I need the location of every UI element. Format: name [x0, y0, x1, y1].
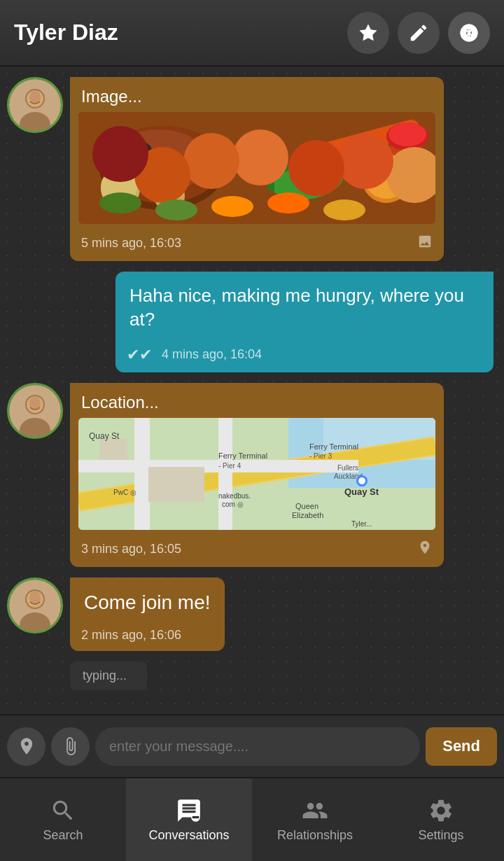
paperclip-icon	[61, 736, 80, 756]
map-svg: Quay St Ferry Terminal - Pier 4 Ferry Te…	[78, 418, 435, 530]
settings-icon	[428, 797, 454, 824]
svg-text:Quay St: Quay St	[344, 486, 379, 497]
header-title: Tyler Diaz	[14, 20, 347, 46]
svg-text:Tyler...: Tyler...	[351, 520, 372, 528]
food-svg	[78, 112, 435, 224]
svg-point-17	[364, 154, 409, 199]
star-icon	[358, 22, 379, 43]
map-image: Quay St Ferry Terminal - Pier 4 Ferry Te…	[78, 418, 435, 530]
image-message-bubble: Image...	[70, 77, 444, 261]
edit-icon	[408, 22, 429, 43]
come-join-message-row: Come join me! 2 mins ago, 16:06 typing..…	[7, 578, 497, 690]
user-avatar-image	[9, 79, 61, 131]
svg-point-12	[127, 140, 141, 168]
svg-text:- Pier 4: - Pier 4	[218, 462, 241, 470]
conversations-icon	[176, 797, 202, 824]
nav-search-label: Search	[43, 828, 83, 843]
svg-point-51	[358, 477, 365, 484]
come-join-timestamp: 2 mins ago, 16:06	[70, 624, 225, 651]
svg-text:Quay St: Quay St	[89, 431, 120, 441]
bottom-nav: Search Conversations Relationships Setti…	[0, 777, 504, 861]
svg-rect-32	[218, 418, 232, 530]
outgoing-message-text: Haha nice, making me hungry, where you a…	[115, 272, 493, 342]
svg-text:Fullers: Fullers	[337, 464, 358, 472]
svg-text:Ferry Terminal: Ferry Terminal	[309, 442, 358, 451]
nav-conversations-label: Conversations	[148, 828, 229, 843]
nav-conversations[interactable]: Conversations	[126, 778, 252, 861]
food-photo	[78, 112, 435, 224]
svg-rect-31	[134, 418, 150, 530]
attach-button[interactable]	[51, 727, 90, 766]
search-icon	[50, 797, 76, 824]
location-message-bubble: Location...	[70, 383, 444, 567]
food-image	[78, 112, 435, 224]
input-area: Send	[0, 714, 504, 777]
svg-text:Queen: Queen	[295, 502, 318, 510]
image-message-label: Image...	[70, 77, 444, 112]
typing-indicator: typing...	[70, 662, 147, 690]
send-button[interactable]: Send	[426, 727, 497, 766]
checkmark-icon: ✔✔	[127, 346, 152, 364]
chat-area: Image...	[0, 66, 504, 714]
svg-text:- Pier 3: - Pier 3	[309, 452, 332, 460]
user-avatar-2	[9, 385, 61, 437]
location-button[interactable]	[7, 727, 46, 766]
location-message-row: Location...	[7, 383, 497, 567]
image-icon	[417, 234, 433, 253]
come-join-bubble: Come join me! 2 mins ago, 16:06	[70, 578, 225, 651]
outgoing-message-bubble: Haha nice, making me hungry, where you a…	[115, 272, 493, 372]
location-icon	[417, 540, 433, 559]
nav-search[interactable]: Search	[0, 778, 126, 861]
location-pin-icon	[17, 736, 36, 756]
nav-settings-label: Settings	[418, 828, 463, 843]
svg-point-19	[101, 169, 137, 205]
svg-text:nakedbus.: nakedbus.	[218, 492, 251, 500]
svg-point-11	[117, 140, 152, 161]
edit-button[interactable]	[398, 12, 440, 54]
star-button[interactable]	[347, 12, 389, 54]
svg-text:Ferry Terminal: Ferry Terminal	[218, 451, 267, 460]
nav-relationships[interactable]: Relationships	[252, 778, 378, 861]
avatar-2	[7, 383, 63, 439]
blocked-icon	[458, 22, 479, 43]
come-join-label: Come join me!	[70, 578, 225, 624]
avatar	[7, 77, 63, 133]
nav-relationships-label: Relationships	[277, 828, 353, 843]
svg-text:PwC ◎: PwC ◎	[113, 489, 136, 496]
avatar-3	[7, 578, 63, 634]
message-input[interactable]	[95, 727, 420, 766]
image-message-timestamp: 5 mins ago, 16:03	[70, 230, 444, 261]
nav-settings[interactable]: Settings	[378, 778, 504, 861]
svg-point-22	[388, 122, 426, 146]
header-icons	[347, 12, 490, 54]
location-message-label: Location...	[70, 383, 444, 418]
svg-text:Elizabeth: Elizabeth	[292, 511, 323, 519]
message-row: Image...	[7, 77, 497, 261]
svg-text:com ◎: com ◎	[222, 500, 244, 508]
blocked-button[interactable]	[448, 12, 490, 54]
svg-rect-34	[148, 467, 204, 502]
svg-rect-35	[99, 439, 127, 460]
outgoing-message-timestamp: ✔✔ 4 mins ago, 16:04	[115, 342, 493, 372]
relationships-icon	[302, 797, 328, 824]
user-avatar-3	[9, 580, 61, 631]
location-message-timestamp: 3 mins ago, 16:05	[70, 536, 444, 567]
outgoing-message-row: Haha nice, making me hungry, where you a…	[7, 272, 497, 372]
svg-point-20	[154, 181, 185, 211]
header: Tyler Diaz	[0, 0, 504, 66]
